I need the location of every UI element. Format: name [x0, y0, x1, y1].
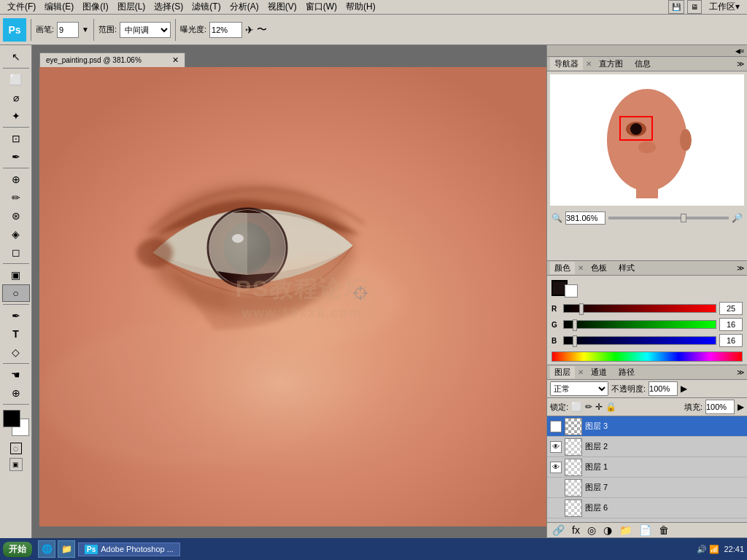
range-select[interactable]: 阴影 中间调 高光 — [120, 22, 171, 38]
screen-mode-btn[interactable]: ▣ — [9, 458, 23, 471]
colors-menu-btn[interactable]: ≫ — [737, 264, 744, 272]
tab-colors-close[interactable]: ✕ — [578, 264, 584, 272]
taskbar-icon-1[interactable]: 🌐 — [38, 540, 55, 558]
screen-button[interactable]: 🖥 — [687, 0, 702, 14]
opacity-more-btn[interactable]: ▶ — [681, 384, 687, 394]
start-button[interactable]: 开始 — [3, 542, 32, 557]
lock-image-btn[interactable]: ✏ — [585, 402, 592, 412]
blend-mode-select[interactable]: 正常 溶解 正片叠底 滤色 叠加 — [550, 381, 608, 396]
red-slider[interactable] — [563, 304, 716, 313]
zoom-out-btn[interactable]: 🔍 — [551, 213, 562, 223]
menu-image[interactable]: 图像(I) — [78, 0, 112, 14]
menu-layer[interactable]: 图层(L) — [113, 0, 150, 14]
tool-dodge[interactable]: ○ — [2, 284, 30, 302]
tab-navigator-close[interactable]: ✕ — [586, 60, 592, 68]
menu-edit[interactable]: 编辑(E) — [40, 0, 78, 14]
color-spectrum[interactable] — [551, 351, 743, 362]
lock-position-btn[interactable]: ✛ — [595, 402, 603, 412]
tab-swatches[interactable]: 色板 — [587, 262, 611, 274]
tool-move[interactable]: ↖ — [2, 48, 30, 66]
tool-brush[interactable]: ✏ — [2, 189, 30, 206]
layer-item-3[interactable]: 👁 图层 3 — [547, 416, 747, 437]
navigator-menu-btn[interactable]: ≫ — [737, 60, 744, 68]
layers-menu-btn[interactable]: ≫ — [737, 368, 744, 376]
tool-select-rect[interactable]: ⬜ — [2, 71, 30, 88]
layer-mask-btn[interactable]: ◎ — [585, 524, 598, 536]
tab-layers-close[interactable]: ✕ — [578, 368, 584, 376]
tab-colors[interactable]: 颜色 — [550, 262, 575, 274]
color-swatches[interactable] — [3, 410, 29, 436]
layer-item-2[interactable]: 👁 图层 2 — [547, 437, 747, 457]
blue-slider[interactable] — [563, 336, 716, 345]
fill-more-btn[interactable]: ▶ — [738, 402, 744, 412]
layer-item-1[interactable]: 👁 图层 1 — [547, 457, 747, 478]
brush-picker-btn[interactable]: ▼ — [82, 26, 89, 34]
tab-navigator[interactable]: 导航器 — [550, 58, 583, 70]
zoom-in-btn[interactable]: 🔎 — [732, 213, 743, 223]
taskbar-ps-item[interactable]: Ps Adobe Photoshop ... — [78, 542, 180, 556]
fill-input[interactable] — [705, 400, 735, 414]
tab-histogram[interactable]: 直方图 — [595, 58, 627, 70]
lock-all-btn[interactable]: 🔒 — [605, 402, 616, 412]
tool-pen[interactable]: ✒ — [2, 307, 30, 324]
airbrush-btn[interactable]: ✈ — [245, 24, 254, 36]
brush-size-input[interactable] — [57, 22, 79, 38]
menu-window[interactable]: 窗口(W) — [301, 0, 341, 14]
zoom-input[interactable]: 381.06% — [565, 211, 605, 225]
bg-color-box[interactable] — [565, 284, 578, 298]
adjustment-layer-btn[interactable]: ◑ — [601, 524, 614, 536]
canvas-close[interactable]: ✕ — [172, 55, 179, 65]
menu-file[interactable]: 文件(F) — [3, 0, 40, 14]
tool-text[interactable]: T — [2, 325, 30, 343]
layer-eye-1[interactable]: 👁 — [550, 462, 562, 473]
tab-layers[interactable]: 图层 — [550, 366, 575, 378]
opacity-input[interactable] — [649, 381, 678, 396]
workspace-button[interactable]: 工作区▾ — [705, 0, 744, 14]
quick-mask-btn[interactable]: ◌ — [10, 443, 22, 454]
tab-paths[interactable]: 路径 — [614, 366, 639, 378]
layer-item-6[interactable]: 👁 图层 6 — [547, 498, 747, 518]
eye-canvas[interactable]: PS教程论坛 www.16xx8.com — [39, 67, 546, 526]
exposure-input[interactable] — [209, 22, 242, 38]
new-layer-btn[interactable]: 📄 — [637, 524, 654, 536]
tool-lasso[interactable]: ⌀ — [2, 89, 30, 106]
tool-eyedropper[interactable]: ✒ — [2, 148, 30, 166]
vibration-btn[interactable]: 〜 — [257, 23, 267, 36]
tool-magic-wand[interactable]: ✦ — [2, 107, 30, 125]
green-value[interactable]: 16 — [719, 318, 743, 331]
save-button[interactable]: 💾 — [668, 0, 684, 14]
tool-gradient[interactable]: ▣ — [2, 266, 30, 284]
canvas-area[interactable]: eye_painting.psd @ 381.06% ✕ — [32, 45, 546, 538]
taskbar-icon-2[interactable]: 📁 — [58, 540, 75, 558]
layer-eye-3[interactable]: 👁 — [550, 421, 562, 432]
lock-transparent-btn[interactable]: ⬜ — [571, 402, 582, 412]
tool-eraser[interactable]: ◻ — [2, 244, 30, 261]
layer-style-btn[interactable]: fx — [570, 524, 582, 536]
link-layers-btn[interactable]: 🔗 — [550, 524, 567, 536]
menu-analyze[interactable]: 分析(A) — [225, 0, 263, 14]
menu-help[interactable]: 帮助(H) — [341, 0, 380, 14]
layer-eye-2[interactable]: 👁 — [550, 441, 562, 453]
menu-select[interactable]: 选择(S) — [150, 0, 187, 14]
tool-history-brush[interactable]: ◈ — [2, 225, 30, 243]
tool-hand[interactable]: ☚ — [2, 366, 30, 384]
menu-filter[interactable]: 滤镜(T) — [187, 0, 225, 14]
tool-shape[interactable]: ◇ — [2, 343, 30, 361]
menu-view[interactable]: 视图(V) — [263, 0, 301, 14]
tab-info[interactable]: 信息 — [630, 58, 655, 70]
zoom-slider[interactable] — [608, 217, 729, 219]
tool-zoom[interactable]: ⊕ — [2, 384, 30, 402]
tool-heal[interactable]: ⊕ — [2, 171, 30, 188]
fg-color[interactable] — [3, 410, 20, 427]
tab-channels[interactable]: 通道 — [587, 366, 611, 378]
tool-clone[interactable]: ⊛ — [2, 207, 30, 225]
layer-item-7[interactable]: 👁 图层 7 — [547, 478, 747, 498]
delete-layer-btn[interactable]: 🗑 — [657, 524, 671, 536]
tool-crop[interactable]: ⊡ — [2, 130, 30, 147]
tab-styles[interactable]: 样式 — [614, 262, 639, 274]
panel-min-btn[interactable]: ◀ — [735, 47, 740, 55]
green-slider[interactable] — [563, 320, 716, 329]
blue-value[interactable]: 16 — [719, 334, 743, 347]
canvas-tab[interactable]: eye_painting.psd @ 381.06% ✕ — [39, 52, 185, 67]
group-layers-btn[interactable]: 📁 — [617, 524, 634, 536]
